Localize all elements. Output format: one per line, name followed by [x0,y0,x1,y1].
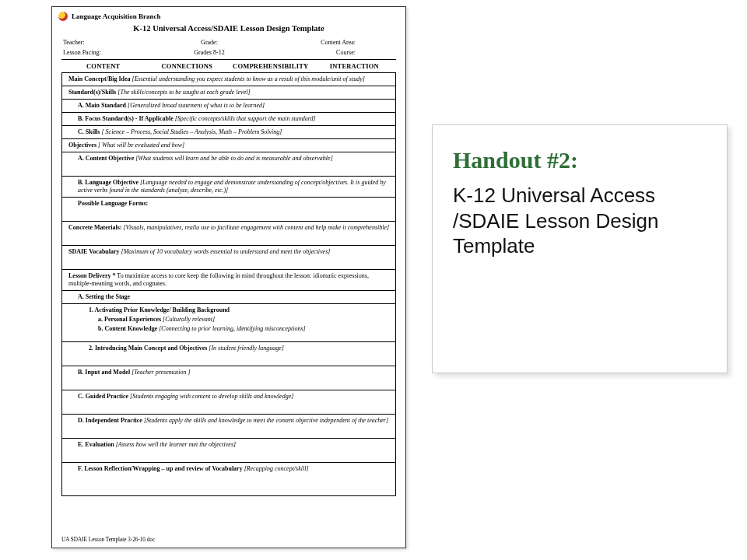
row-evaluation: E. Evaluation [Assess how well the learn… [62,439,395,463]
row-main-concept: Main Concept/Big Idea [Essential underst… [62,73,395,86]
form-meta: Teacher: Grade: Content Area: Lesson Pac… [52,37,405,59]
col-connections: CONNECTIONS [146,62,230,70]
form-title: K-12 Universal Access/SDAIE Lesson Desig… [52,23,405,37]
meta-grades-value: Grades 8-12 [160,49,258,56]
row-activating: 1. Activating Prior Knowledge/ Building … [62,304,395,342]
caption-card: Handout #2: K-12 Universal Access /SDAIE… [432,124,728,373]
meta-grade-label: Grade: [160,39,258,46]
slide-stage: Handout #2: K-12 Universal Access /SDAIE… [0,0,747,560]
brand-label: Language Acquisition Branch [72,12,161,20]
row-sdaie-vocabulary: SDAIE Vocabulary [Maximum of 10 vocabula… [62,246,395,270]
row-main-standard: A. Main Standard [Generalized broad stat… [62,100,395,113]
caption-description: K-12 Universal Access /SDAIE Lesson Desi… [453,183,707,259]
row-input-model: B. Input and Model [Teacher presentation… [62,366,395,390]
brand-icon [58,12,68,21]
col-content: CONTENT [61,62,146,70]
meta-content-area-label: Content Area: [258,39,395,46]
row-lesson-delivery: Lesson Delivery * To maximize access to … [62,270,395,291]
brand-row: Language Acquisition Branch [52,7,405,23]
row-focus-standard: B. Focus Standard(s) - If Applicable [Sp… [62,113,395,126]
row-concrete-materials: Concrete Materials: [Visuals, manipulati… [62,222,395,246]
row-standards: Standard(s)/Skills [The skills/concepts … [62,86,395,100]
column-headers: CONTENT CONNECTIONS COMPREHENSIBILITY IN… [61,59,396,73]
row-objectives: Objectives [ What will be evaluated and … [62,139,395,152]
meta-course-label: Course: [258,49,395,56]
row-content-objective: A. Content Objective [What students will… [62,152,395,177]
row-language-forms: Possible Language Forms: [62,198,395,222]
row-independent-practice: D. Independent Practice [Students apply … [62,415,395,439]
row-language-objective: B. Language Objective [Language needed t… [62,177,395,198]
form-grid: Main Concept/Big Idea [Essential underst… [61,73,396,496]
meta-teacher-label: Teacher: [63,39,160,46]
col-comprehensibility: COMPREHENSIBILITY [229,62,313,70]
row-setting-stage: A. Setting the Stage [62,291,395,304]
row-introducing: 2. Introducing Main Concept and Objectiv… [62,342,395,366]
row-skills: C. Skills [ Science – Process, Social St… [62,126,395,139]
form-footer: UA SDAIE Lesson Template 3-26-10.doc [61,537,155,543]
meta-pacing-label: Lesson Pacing: [63,49,160,56]
form-sheet: Language Acquisition Branch K-12 Univers… [51,6,406,548]
col-interaction: INTERACTION [313,62,397,70]
row-reflection: F. Lesson Reflection/Wrapping – up and r… [62,463,395,496]
row-guided-practice: C. Guided Practice [Students engaging wi… [62,390,395,415]
caption-title: Handout #2: [453,147,707,173]
